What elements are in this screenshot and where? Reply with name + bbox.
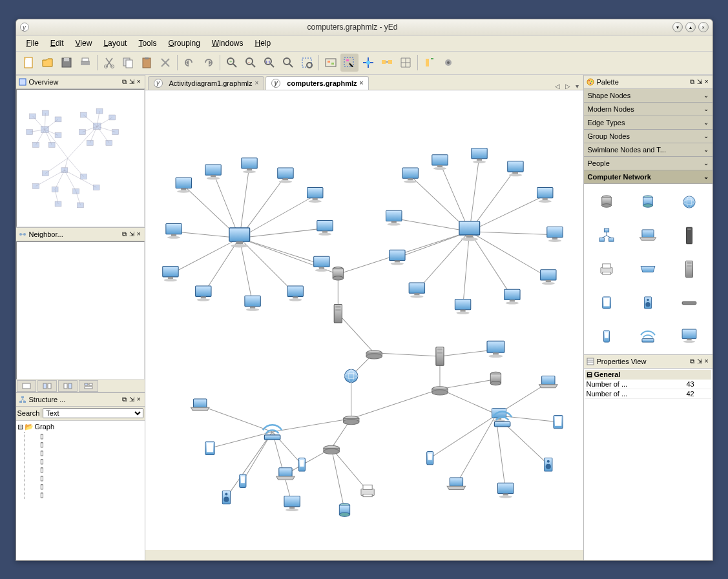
edge-mode-button[interactable] bbox=[378, 54, 396, 72]
graph-node-monitor[interactable] bbox=[537, 187, 552, 202]
search-mode-select[interactable]: Text bbox=[43, 408, 143, 418]
graph-node-phone[interactable] bbox=[298, 458, 305, 471]
close-icon[interactable]: × bbox=[703, 358, 710, 365]
palette-category[interactable]: Swimlane Nodes and T...⌄ bbox=[584, 143, 712, 157]
menu-help[interactable]: Help bbox=[250, 37, 276, 50]
pal-wifi-icon[interactable] bbox=[630, 323, 666, 349]
view-tab-1[interactable] bbox=[17, 380, 36, 392]
grid-button[interactable] bbox=[397, 54, 415, 72]
pal-tower-icon[interactable] bbox=[671, 223, 707, 249]
save-button[interactable] bbox=[57, 54, 76, 72]
graph-node-monitor[interactable] bbox=[487, 341, 504, 358]
menu-layout[interactable]: Layout bbox=[98, 37, 132, 50]
graph-node-speaker[interactable] bbox=[544, 458, 552, 471]
zoom-in-button[interactable]: + bbox=[223, 54, 241, 72]
graph-node-db-blue[interactable] bbox=[339, 503, 349, 516]
graph-node-monitor[interactable] bbox=[507, 161, 523, 176]
view-tab-2[interactable] bbox=[37, 380, 57, 392]
neighbor-body[interactable] bbox=[16, 241, 145, 380]
tree-item[interactable]: ▯ bbox=[25, 432, 143, 440]
editor-tab[interactable]: y Activitydiagram1.graphmlz × bbox=[148, 76, 265, 90]
graph-node-router[interactable] bbox=[343, 416, 359, 424]
graph-node-globe[interactable] bbox=[344, 369, 357, 382]
pal-scanner-icon[interactable] bbox=[630, 256, 666, 282]
graph-node-monitor[interactable] bbox=[497, 483, 513, 498]
graph-node-monitor[interactable] bbox=[287, 286, 302, 301]
pal-phone-icon[interactable] bbox=[589, 323, 625, 349]
settings-button[interactable] bbox=[439, 54, 457, 72]
graph-node-monitor[interactable] bbox=[241, 157, 256, 172]
view-tab-4[interactable] bbox=[79, 380, 98, 392]
graph-node-db[interactable] bbox=[333, 267, 343, 279]
graph-node-monitor[interactable] bbox=[244, 296, 260, 310]
menu-grouping[interactable]: Grouping bbox=[163, 37, 205, 50]
pal-network-icon[interactable] bbox=[589, 223, 625, 249]
select-mode-button[interactable] bbox=[340, 54, 359, 72]
overview-minimap[interactable] bbox=[17, 90, 144, 227]
tree-root[interactable]: ⊟ 📂 Graph bbox=[17, 422, 143, 432]
dock-icon[interactable]: ⧉ bbox=[689, 358, 696, 365]
fit-content-button[interactable] bbox=[322, 54, 340, 72]
graph-node-tablet[interactable] bbox=[553, 415, 562, 428]
tree-item[interactable]: ▯ bbox=[25, 465, 143, 474]
props-row[interactable]: Number of ...43 bbox=[585, 380, 711, 389]
overview-panel-header[interactable]: Overview ⧉ ⇲ × bbox=[16, 75, 145, 89]
titlebar[interactable]: y computers.graphmlz - yEd ▾ ▴ × bbox=[16, 19, 712, 36]
graph-node-monitor[interactable] bbox=[389, 250, 404, 265]
props-group[interactable]: ⊟ General bbox=[585, 370, 711, 380]
close-icon[interactable]: × bbox=[703, 78, 710, 85]
tree-item[interactable]: ▯ bbox=[25, 449, 143, 457]
graph-node-laptop[interactable] bbox=[539, 376, 557, 387]
pal-globe-icon[interactable] bbox=[671, 189, 707, 215]
menu-tools[interactable]: Tools bbox=[133, 37, 161, 50]
close-icon[interactable]: × bbox=[136, 78, 142, 85]
graph-node-printer[interactable] bbox=[360, 485, 373, 496]
graph-node-monitor[interactable] bbox=[162, 266, 178, 281]
graph-node-phone[interactable] bbox=[239, 474, 245, 487]
graph-node-db[interactable] bbox=[490, 372, 501, 385]
tab-prev-icon[interactable]: ◁ bbox=[553, 83, 562, 90]
graph-svg[interactable] bbox=[145, 90, 583, 550]
zoom-fit-button[interactable] bbox=[279, 54, 297, 72]
minimize-button[interactable]: ▾ bbox=[672, 22, 683, 32]
pal-monitor-icon[interactable] bbox=[671, 323, 707, 349]
dock-icon[interactable]: ⧉ bbox=[121, 78, 128, 86]
pal-database-blue-icon[interactable] bbox=[630, 189, 666, 215]
menu-file[interactable]: File bbox=[21, 37, 44, 50]
pal-tablet-icon[interactable] bbox=[589, 290, 625, 316]
tree-item[interactable]: ▯ bbox=[25, 474, 143, 482]
graph-node-monitor[interactable] bbox=[455, 299, 470, 314]
tab-close-icon[interactable]: × bbox=[255, 79, 259, 86]
palette-category[interactable]: Computer Network⌄ bbox=[584, 170, 712, 184]
graph-node-monitor[interactable] bbox=[471, 148, 486, 163]
graph-node-monitor[interactable] bbox=[307, 187, 322, 202]
tree-item[interactable]: ▯ bbox=[25, 457, 143, 465]
palette-category[interactable]: People⌄ bbox=[584, 157, 712, 170]
new-button[interactable] bbox=[20, 54, 38, 72]
graph-node-server[interactable] bbox=[334, 304, 342, 322]
dock-icon[interactable]: ⧉ bbox=[121, 230, 128, 238]
menu-view[interactable]: View bbox=[70, 37, 98, 50]
zoom-11-button[interactable]: 1:1 bbox=[260, 54, 278, 72]
graph-node-tablet[interactable] bbox=[205, 442, 214, 454]
close-icon[interactable]: × bbox=[136, 396, 142, 403]
palette-category[interactable]: Modern Nodes⌄ bbox=[584, 103, 712, 116]
pin-icon[interactable]: ⇲ bbox=[696, 358, 703, 365]
graph-node-monitor[interactable] bbox=[504, 289, 519, 304]
graph-node-monitor[interactable] bbox=[277, 168, 293, 183]
overview-body[interactable] bbox=[16, 89, 145, 227]
maximize-button[interactable]: ▴ bbox=[685, 22, 696, 32]
graph-node-monitor[interactable] bbox=[165, 223, 181, 238]
structure-tree[interactable]: ⊟ 📂 Graph ▯ ▯ ▯ ▯ ▯ ▯ ▯ ▯ bbox=[16, 421, 145, 560]
print-button[interactable] bbox=[76, 54, 94, 72]
layout-a-button[interactable] bbox=[421, 54, 439, 72]
graph-node-laptop[interactable] bbox=[276, 467, 294, 479]
pal-printer-icon[interactable] bbox=[589, 256, 625, 282]
graph-node-laptop[interactable] bbox=[447, 478, 465, 489]
graph-node-monitor[interactable] bbox=[409, 283, 424, 298]
paste-button[interactable] bbox=[138, 54, 156, 72]
graph-node-monitor[interactable] bbox=[459, 221, 479, 240]
graph-node-monitor[interactable] bbox=[229, 227, 249, 247]
graph-node-monitor[interactable] bbox=[313, 256, 329, 271]
props-row[interactable]: Number of ...42 bbox=[585, 389, 711, 399]
